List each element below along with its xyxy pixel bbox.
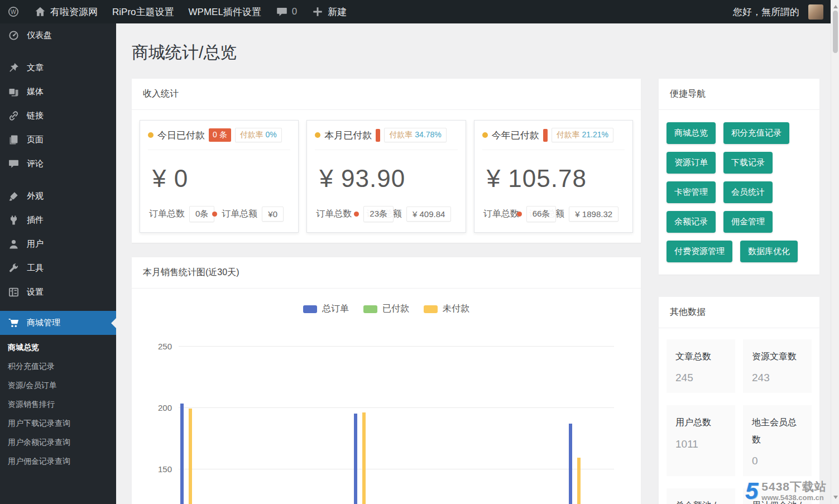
data-box-label: 地主会员总数 [752, 414, 803, 448]
comments-count: 0 [292, 6, 297, 17]
data-box-0: 文章总数245 [667, 339, 735, 393]
sidebar-item-label: 评论 [27, 159, 44, 169]
paid-count-badge: 0 条 [209, 128, 231, 142]
ripro-theme-settings-link[interactable]: RiPro主题设置 [105, 0, 181, 23]
sidebar-item-8[interactable]: 用户 [0, 232, 116, 256]
new-content-link[interactable]: 新建 [304, 0, 354, 23]
bullet-gold-icon [315, 132, 320, 138]
data-box-label: 资源文章数 [752, 348, 803, 365]
stat-title: 今日已付款 [157, 129, 205, 142]
chart-bar-未付款-5 [577, 458, 581, 504]
pay-rate-badge: 付款率 34.78% [384, 128, 446, 142]
vertical-scrollbar[interactable] [831, 0, 839, 504]
quick-nav-button-7[interactable]: 佣金管理 [723, 211, 773, 233]
quick-nav-button-2[interactable]: 资源订单 [667, 152, 716, 174]
legend-swatch-icon [424, 305, 438, 313]
sidebar-item-6[interactable]: 外观 [0, 184, 116, 208]
submenu-item-3[interactable]: 资源销售排行 [0, 395, 116, 414]
page-title: 商城统计/总览 [132, 41, 819, 64]
watermark-title: 5438下载站 [761, 480, 827, 493]
sidebar-item-2[interactable]: 媒体 [0, 80, 116, 104]
data-box-label: 文章总数 [675, 348, 726, 365]
sidebar-item-5[interactable]: 评论 [0, 152, 116, 176]
gauge-icon [8, 30, 20, 41]
quick-nav-card: 便捷导航 商城总览积分充值记录资源订单下载记录卡密管理会员统计余额记录佣金管理付… [659, 79, 819, 275]
data-box-label: 总余额池 / 积分 [675, 497, 726, 504]
submenu-item-6[interactable]: 用户佣金记录查询 [0, 452, 116, 471]
sidebar-item-9[interactable]: 工具 [0, 256, 116, 280]
comments-link[interactable]: 0 [269, 0, 304, 23]
quick-nav-button-0[interactable]: 商城总览 [667, 122, 716, 144]
bullet-gold-icon [148, 132, 154, 138]
bullet-gold-icon [482, 132, 488, 138]
quick-nav-button-3[interactable]: 下载记录 [723, 152, 773, 174]
bullet-orange-icon [212, 212, 217, 217]
quick-nav-button-1[interactable]: 积分充值记录 [723, 122, 789, 144]
scroll-up-arrow-icon[interactable] [833, 3, 838, 8]
orders-label: 订单总数 [316, 208, 352, 220]
gridline [179, 469, 614, 469]
sidebar-item-label: 商城管理 [27, 318, 60, 328]
sidebar-item-4[interactable]: 页面 [0, 128, 116, 152]
bullet-orange-icon [354, 212, 359, 217]
y-axis-tick: 250 [147, 342, 172, 351]
legend-swatch-icon [303, 305, 317, 313]
site-name-link[interactable]: 有啦资源网 [27, 0, 105, 23]
quick-nav-button-5[interactable]: 会员统计 [723, 181, 773, 203]
scrollbar-thumb[interactable] [833, 11, 838, 53]
data-box-2: 用户总数1011 [667, 405, 735, 476]
sidebar-item-7[interactable]: 插件 [0, 208, 116, 232]
comment-icon [276, 6, 288, 18]
orders-count-badge: 66条 [526, 206, 557, 222]
other-data-title: 其他数据 [659, 297, 819, 328]
wpmel-plugin-settings-link[interactable]: WPMEL插件设置 [181, 0, 269, 23]
admin-bar: W 有啦资源网 RiPro主题设置 WPMEL插件设置 0 新建 您好，無所謂的 [0, 0, 831, 23]
quick-nav-buttons: 商城总览积分充值记录资源订单下载记录卡密管理会员统计余额记录佣金管理付费资源管理… [659, 110, 819, 275]
sidebar-item-label: 设置 [27, 287, 44, 297]
submenu-item-4[interactable]: 用户下载记录查询 [0, 414, 116, 433]
wp-logo-button[interactable]: W [0, 0, 27, 23]
submenu-item-1[interactable]: 积分充值记录 [0, 357, 116, 376]
sidebar-item-label: 媒体 [27, 87, 44, 97]
sidebar-item-label: 插件 [27, 215, 44, 225]
quick-nav-button-4[interactable]: 卡密管理 [667, 181, 716, 203]
cart-icon [8, 317, 20, 329]
shop-submenu: 商城总览积分充值记录资源/会员订单资源销售排行用户下载记录查询用户余额记录查询用… [0, 335, 116, 473]
paid-amount: ¥ 0 [148, 150, 290, 206]
gridline [179, 346, 614, 347]
account-link[interactable]: 您好，無所謂的 [726, 4, 831, 20]
order-total-badge: ¥0 [262, 207, 284, 222]
main-content: 商城统计/总览 收入统计 今日已付款 0 条 付款率 0% ¥ 0 [116, 23, 831, 504]
submenu-item-0[interactable]: 商城总览 [0, 338, 116, 357]
sidebar-item-3[interactable]: 链接 [0, 104, 116, 128]
order-total-label: 订单总额 [222, 208, 257, 220]
sidebar-item-1[interactable]: 文章 [0, 56, 116, 80]
sidebar-item-label: 用户 [27, 239, 44, 249]
submenu-item-2[interactable]: 资源/会员订单 [0, 376, 116, 395]
quick-nav-button-6[interactable]: 余额记录 [667, 211, 716, 233]
stat-box-today: 今日已付款 0 条 付款率 0% ¥ 0 订单总数 0条 订单总额 ¥0 [140, 120, 299, 233]
sidebar-item-0[interactable]: 仪表盘 [0, 23, 116, 47]
orders-label: 订单总数 [149, 208, 185, 220]
quick-nav-button-9[interactable]: 数据库优化 [740, 241, 798, 262]
legend-label: 已付款 [382, 303, 409, 315]
legend-item-2[interactable]: 未付款 [424, 303, 469, 315]
stat-box-month: 本月已付款 付款率 34.78% ¥ 93.90 订单总数 23条 订单总额 ¥… [306, 120, 466, 233]
legend-item-0[interactable]: 总订单 [303, 303, 349, 315]
sidebar-item-11[interactable]: 商城管理 [0, 311, 116, 335]
user-icon [8, 238, 20, 250]
quick-nav-button-8[interactable]: 付费资源管理 [667, 241, 732, 262]
paid-amount: ¥ 93.90 [315, 150, 457, 206]
order-total-badge: ¥ 1898.32 [569, 207, 619, 222]
legend-item-1[interactable]: 已付款 [363, 303, 409, 315]
chart-legend: 总订单已付款未付款 [132, 289, 641, 317]
other-data-card: 其他数据 文章总数245资源文章数243用户总数1011地主会员总数0总余额池 … [659, 297, 819, 504]
sidebar-item-label: 链接 [27, 111, 44, 121]
legend-label: 未付款 [443, 303, 469, 315]
media-icon [8, 86, 20, 98]
sidebar-item-10[interactable]: 设置 [0, 280, 116, 304]
scroll-down-arrow-icon[interactable] [833, 496, 838, 501]
data-box-4: 总余额池 / 积分 [667, 488, 735, 504]
submenu-item-5[interactable]: 用户余额记录查询 [0, 433, 116, 452]
watermark-url: www.5438.com.cn [761, 494, 827, 502]
